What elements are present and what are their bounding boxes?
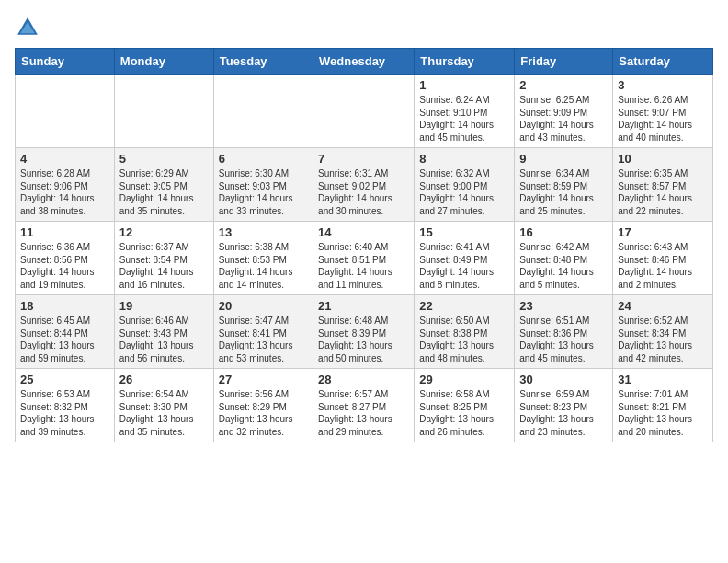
calendar-cell: 28Sunrise: 6:57 AM Sunset: 8:27 PM Dayli… xyxy=(313,369,415,442)
logo-icon xyxy=(15,15,40,40)
day-number: 18 xyxy=(20,299,109,313)
calendar-cell: 22Sunrise: 6:50 AM Sunset: 8:38 PM Dayli… xyxy=(415,295,515,369)
day-number: 16 xyxy=(519,225,608,239)
calendar-cell: 14Sunrise: 6:40 AM Sunset: 8:51 PM Dayli… xyxy=(313,222,415,295)
day-number: 20 xyxy=(219,299,308,313)
calendar-cell: 8Sunrise: 6:32 AM Sunset: 9:00 PM Daylig… xyxy=(415,148,515,222)
day-number: 3 xyxy=(618,78,708,92)
day-number: 17 xyxy=(618,225,708,239)
day-number: 8 xyxy=(419,152,509,166)
calendar-cell: 26Sunrise: 6:54 AM Sunset: 8:30 PM Dayli… xyxy=(114,369,213,442)
cell-content: Sunrise: 6:42 AM Sunset: 8:48 PM Dayligh… xyxy=(519,241,608,291)
day-number: 23 xyxy=(519,299,608,313)
day-number: 4 xyxy=(20,152,109,166)
cell-content: Sunrise: 6:53 AM Sunset: 8:32 PM Dayligh… xyxy=(20,388,109,438)
calendar-cell: 4Sunrise: 6:28 AM Sunset: 9:06 PM Daylig… xyxy=(16,148,115,222)
day-number: 13 xyxy=(219,225,308,239)
calendar-cell: 29Sunrise: 6:58 AM Sunset: 8:25 PM Dayli… xyxy=(415,369,515,442)
cell-content: Sunrise: 6:32 AM Sunset: 9:00 PM Dayligh… xyxy=(419,167,509,217)
header-cell-tuesday: Tuesday xyxy=(213,49,313,75)
calendar-cell: 24Sunrise: 6:52 AM Sunset: 8:34 PM Dayli… xyxy=(613,295,713,369)
cell-content: Sunrise: 7:01 AM Sunset: 8:21 PM Dayligh… xyxy=(618,388,708,438)
cell-content: Sunrise: 6:35 AM Sunset: 8:57 PM Dayligh… xyxy=(618,167,708,217)
calendar-cell: 3Sunrise: 6:26 AM Sunset: 9:07 PM Daylig… xyxy=(613,75,713,148)
day-number: 15 xyxy=(419,225,509,239)
header-cell-monday: Monday xyxy=(114,49,213,75)
calendar-cell: 18Sunrise: 6:45 AM Sunset: 8:44 PM Dayli… xyxy=(16,295,115,369)
day-number: 26 xyxy=(119,373,209,386)
cell-content: Sunrise: 6:31 AM Sunset: 9:02 PM Dayligh… xyxy=(318,167,409,217)
calendar-cell: 16Sunrise: 6:42 AM Sunset: 8:48 PM Dayli… xyxy=(515,222,613,295)
calendar-cell: 31Sunrise: 7:01 AM Sunset: 8:21 PM Dayli… xyxy=(613,369,713,442)
cell-content: Sunrise: 6:48 AM Sunset: 8:39 PM Dayligh… xyxy=(318,315,409,364)
cell-content: Sunrise: 6:29 AM Sunset: 9:05 PM Dayligh… xyxy=(119,167,209,217)
cell-content: Sunrise: 6:38 AM Sunset: 8:53 PM Dayligh… xyxy=(219,241,308,291)
day-number: 30 xyxy=(519,373,608,386)
day-number: 24 xyxy=(618,299,708,313)
day-number: 9 xyxy=(519,152,608,166)
day-number: 1 xyxy=(419,78,509,92)
calendar-cell: 20Sunrise: 6:47 AM Sunset: 8:41 PM Dayli… xyxy=(213,295,313,369)
cell-content: Sunrise: 6:46 AM Sunset: 8:43 PM Dayligh… xyxy=(119,315,209,364)
calendar-cell xyxy=(114,75,213,148)
cell-content: Sunrise: 6:34 AM Sunset: 8:59 PM Dayligh… xyxy=(519,167,608,217)
header-cell-saturday: Saturday xyxy=(613,49,713,75)
calendar-cell: 7Sunrise: 6:31 AM Sunset: 9:02 PM Daylig… xyxy=(313,148,415,222)
header-cell-friday: Friday xyxy=(515,49,613,75)
day-number: 31 xyxy=(618,373,708,386)
cell-content: Sunrise: 6:52 AM Sunset: 8:34 PM Dayligh… xyxy=(618,315,708,364)
calendar-cell: 2Sunrise: 6:25 AM Sunset: 9:09 PM Daylig… xyxy=(515,75,613,148)
cell-content: Sunrise: 6:25 AM Sunset: 9:09 PM Dayligh… xyxy=(519,94,608,144)
cell-content: Sunrise: 6:30 AM Sunset: 9:03 PM Dayligh… xyxy=(219,167,308,217)
calendar-header: SundayMondayTuesdayWednesdayThursdayFrid… xyxy=(16,49,713,75)
calendar-week-3: 11Sunrise: 6:36 AM Sunset: 8:56 PM Dayli… xyxy=(16,222,713,295)
day-number: 25 xyxy=(20,373,109,386)
calendar-cell: 6Sunrise: 6:30 AM Sunset: 9:03 PM Daylig… xyxy=(213,148,313,222)
calendar-cell: 30Sunrise: 6:59 AM Sunset: 8:23 PM Dayli… xyxy=(515,369,613,442)
calendar-cell: 11Sunrise: 6:36 AM Sunset: 8:56 PM Dayli… xyxy=(16,222,115,295)
cell-content: Sunrise: 6:24 AM Sunset: 9:10 PM Dayligh… xyxy=(419,94,509,144)
calendar-cell: 5Sunrise: 6:29 AM Sunset: 9:05 PM Daylig… xyxy=(114,148,213,222)
calendar-cell: 19Sunrise: 6:46 AM Sunset: 8:43 PM Dayli… xyxy=(114,295,213,369)
calendar-table: SundayMondayTuesdayWednesdayThursdayFrid… xyxy=(15,48,713,442)
day-number: 12 xyxy=(119,225,209,239)
cell-content: Sunrise: 6:36 AM Sunset: 8:56 PM Dayligh… xyxy=(20,241,109,291)
cell-content: Sunrise: 6:59 AM Sunset: 8:23 PM Dayligh… xyxy=(519,388,608,438)
day-number: 22 xyxy=(419,299,509,313)
cell-content: Sunrise: 6:51 AM Sunset: 8:36 PM Dayligh… xyxy=(519,315,608,364)
cell-content: Sunrise: 6:56 AM Sunset: 8:29 PM Dayligh… xyxy=(219,388,308,438)
calendar-week-2: 4Sunrise: 6:28 AM Sunset: 9:06 PM Daylig… xyxy=(16,148,713,222)
page-header xyxy=(15,15,713,40)
day-number: 14 xyxy=(318,225,409,239)
calendar-cell: 9Sunrise: 6:34 AM Sunset: 8:59 PM Daylig… xyxy=(515,148,613,222)
header-cell-sunday: Sunday xyxy=(16,49,115,75)
day-number: 5 xyxy=(119,152,209,166)
cell-content: Sunrise: 6:37 AM Sunset: 8:54 PM Dayligh… xyxy=(119,241,209,291)
day-number: 28 xyxy=(318,373,409,386)
day-number: 11 xyxy=(20,225,109,239)
logo xyxy=(15,15,44,40)
cell-content: Sunrise: 6:54 AM Sunset: 8:30 PM Dayligh… xyxy=(119,388,209,438)
calendar-cell: 27Sunrise: 6:56 AM Sunset: 8:29 PM Dayli… xyxy=(213,369,313,442)
header-cell-wednesday: Wednesday xyxy=(313,49,415,75)
day-number: 21 xyxy=(318,299,409,313)
calendar-cell: 25Sunrise: 6:53 AM Sunset: 8:32 PM Dayli… xyxy=(16,369,115,442)
calendar-cell: 23Sunrise: 6:51 AM Sunset: 8:36 PM Dayli… xyxy=(515,295,613,369)
day-number: 27 xyxy=(219,373,308,386)
calendar-cell: 10Sunrise: 6:35 AM Sunset: 8:57 PM Dayli… xyxy=(613,148,713,222)
calendar-cell xyxy=(213,75,313,148)
calendar-week-4: 18Sunrise: 6:45 AM Sunset: 8:44 PM Dayli… xyxy=(16,295,713,369)
calendar-week-5: 25Sunrise: 6:53 AM Sunset: 8:32 PM Dayli… xyxy=(16,369,713,442)
cell-content: Sunrise: 6:40 AM Sunset: 8:51 PM Dayligh… xyxy=(318,241,409,291)
cell-content: Sunrise: 6:58 AM Sunset: 8:25 PM Dayligh… xyxy=(419,388,509,438)
day-number: 10 xyxy=(618,152,708,166)
cell-content: Sunrise: 6:45 AM Sunset: 8:44 PM Dayligh… xyxy=(20,315,109,364)
cell-content: Sunrise: 6:28 AM Sunset: 9:06 PM Dayligh… xyxy=(20,167,109,217)
day-number: 6 xyxy=(219,152,308,166)
cell-content: Sunrise: 6:50 AM Sunset: 8:38 PM Dayligh… xyxy=(419,315,509,364)
calendar-cell: 13Sunrise: 6:38 AM Sunset: 8:53 PM Dayli… xyxy=(213,222,313,295)
cell-content: Sunrise: 6:26 AM Sunset: 9:07 PM Dayligh… xyxy=(618,94,708,144)
day-number: 2 xyxy=(519,78,608,92)
calendar-cell: 1Sunrise: 6:24 AM Sunset: 9:10 PM Daylig… xyxy=(415,75,515,148)
day-number: 19 xyxy=(119,299,209,313)
